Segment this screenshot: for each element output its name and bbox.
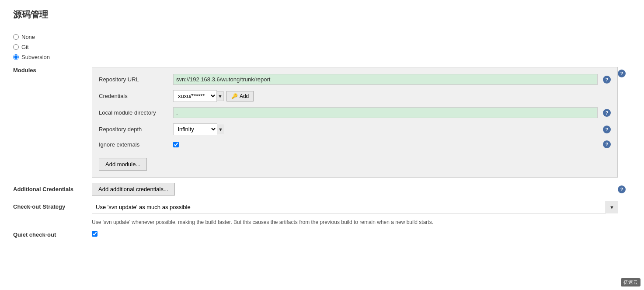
- ignore-externals-label: Ignore externals: [99, 141, 173, 148]
- page-container: 源码管理 None Git Subversion Modules Reposit…: [0, 0, 644, 290]
- modules-label-area: Modules: [13, 67, 92, 178]
- modules-label: Modules: [13, 67, 36, 73]
- quiet-checkout-field: [92, 231, 618, 238]
- additional-credentials-help-area: ?: [618, 185, 631, 193]
- radio-none[interactable]: None: [13, 34, 631, 40]
- modules-global-help-area: ?: [618, 67, 631, 178]
- credentials-row: Credentials xuxu/****** ▼ 🔑 Add: [99, 90, 611, 102]
- checkout-strategy-select-wrapper: Use 'svn update' as much as possible Alw…: [92, 201, 618, 213]
- checkout-strategy-select[interactable]: Use 'svn update' as much as possible Alw…: [92, 201, 618, 213]
- local-module-directory-label: Local module directory: [99, 109, 173, 116]
- repository-depth-select-wrapper: infinity immediates files empty ▼: [173, 123, 224, 135]
- additional-credentials-label-area: Additional Credentials: [13, 186, 92, 192]
- quiet-checkout-label: Quiet check-out: [13, 231, 56, 238]
- modules-global-help-icon[interactable]: ?: [618, 70, 626, 77]
- ignore-externals-input-area: [173, 142, 598, 147]
- modules-content: Repository URL ? Credentials xuxu/******: [92, 67, 618, 178]
- repository-depth-select[interactable]: infinity immediates files empty: [173, 123, 217, 135]
- additional-credentials-field: Add additional credentials...: [92, 183, 618, 196]
- checkout-strategy-label-area: Check-out Strategy: [13, 201, 92, 210]
- repository-url-input[interactable]: [173, 74, 598, 85]
- credentials-dropdown-arrow[interactable]: ▼: [217, 91, 224, 101]
- radio-subversion[interactable]: Subversion: [13, 54, 631, 60]
- radio-none-input[interactable]: [13, 34, 19, 40]
- add-credentials-inline-button[interactable]: 🔑 Add: [226, 91, 254, 101]
- radio-subversion-input[interactable]: [13, 54, 19, 60]
- add-credentials-label: Add: [240, 93, 249, 99]
- repository-depth-row: Repository depth infinity immediates fil…: [99, 123, 611, 135]
- repository-depth-label: Repository depth: [99, 126, 173, 133]
- repository-depth-help-area: ?: [598, 126, 611, 133]
- checkout-strategy-description: Use 'svn update' whenever possible, maki…: [92, 216, 618, 229]
- credentials-input-area: xuxu/****** ▼ 🔑 Add: [173, 90, 598, 102]
- radio-git-label: Git: [21, 44, 29, 50]
- subversion-config: Modules Repository URL ? Credentials: [13, 67, 631, 178]
- checkout-strategy-dropdown-arrow[interactable]: ▼: [606, 201, 618, 213]
- checkout-strategy-field: Use 'svn update' as much as possible Alw…: [92, 201, 618, 229]
- quiet-checkout-checkbox[interactable]: [92, 231, 97, 237]
- radio-git-input[interactable]: [13, 44, 19, 50]
- additional-credentials-section: Additional Credentials Add additional cr…: [13, 183, 631, 196]
- local-module-directory-input-area: [173, 107, 598, 118]
- local-module-directory-row: Local module directory ?: [99, 107, 611, 118]
- credentials-label: Credentials: [99, 93, 173, 99]
- quiet-checkout-label-area: Quiet check-out: [13, 231, 92, 238]
- radio-git[interactable]: Git: [13, 44, 631, 50]
- credentials-select-wrapper: xuxu/****** ▼: [173, 90, 224, 102]
- ignore-externals-checkbox[interactable]: [173, 142, 179, 147]
- repository-depth-input-area: infinity immediates files empty ▼: [173, 123, 598, 135]
- repository-url-label: Repository URL: [99, 76, 173, 83]
- ignore-externals-help-area: ?: [598, 140, 611, 148]
- local-module-directory-input[interactable]: [173, 107, 598, 118]
- repository-depth-dropdown-arrow[interactable]: ▼: [217, 125, 224, 134]
- checkout-strategy-section: Check-out Strategy Use 'svn update' as m…: [13, 201, 631, 229]
- checkout-strategy-label: Check-out Strategy: [13, 203, 65, 210]
- additional-credentials-label: Additional Credentials: [13, 186, 73, 192]
- page-title: 源码管理: [13, 9, 631, 25]
- repository-url-row: Repository URL ?: [99, 74, 611, 85]
- source-control-radio-group: None Git Subversion: [13, 34, 631, 60]
- local-module-directory-help-icon[interactable]: ?: [603, 109, 611, 117]
- ignore-externals-row: Ignore externals ?: [99, 140, 611, 148]
- add-module-button[interactable]: Add module...: [99, 158, 147, 171]
- repository-url-help-area: ?: [598, 76, 611, 84]
- local-module-directory-help-area: ?: [598, 109, 611, 117]
- watermark: 亿速云: [621, 278, 641, 287]
- key-icon: 🔑: [231, 93, 238, 99]
- add-additional-credentials-button[interactable]: Add additional credentials...: [92, 183, 175, 196]
- radio-subversion-label: Subversion: [21, 54, 50, 60]
- credentials-select[interactable]: xuxu/******: [173, 90, 217, 102]
- ignore-externals-help-icon[interactable]: ?: [603, 140, 611, 148]
- repository-url-help-icon[interactable]: ?: [603, 76, 611, 84]
- quiet-checkout-section: Quiet check-out: [13, 231, 631, 238]
- additional-credentials-help-icon[interactable]: ?: [618, 185, 626, 193]
- repository-depth-help-icon[interactable]: ?: [603, 126, 611, 133]
- radio-none-label: None: [21, 34, 35, 40]
- repository-url-input-area: [173, 74, 598, 85]
